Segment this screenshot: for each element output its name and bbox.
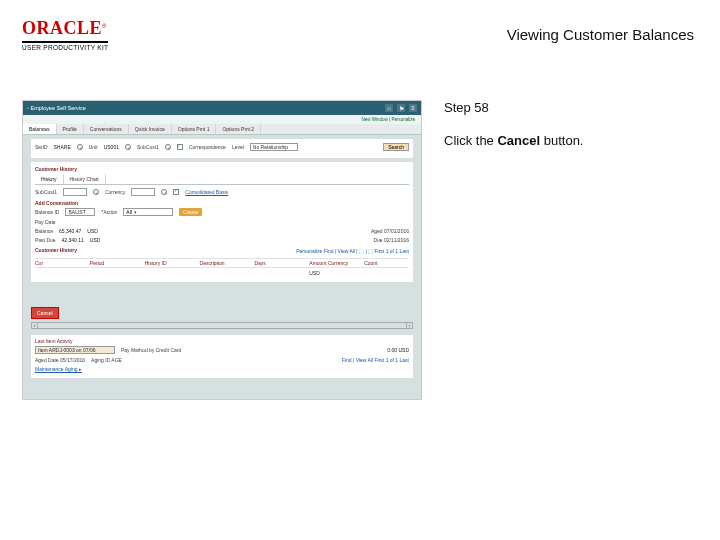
scrollbar[interactable]: ‹ ›	[31, 321, 413, 329]
currency-input[interactable]	[131, 188, 155, 196]
tab-options-2[interactable]: Options Pmt 2	[216, 124, 261, 134]
home-icon[interactable]: ⌂	[385, 104, 393, 112]
scroll-right-icon[interactable]: ›	[406, 322, 413, 329]
scroll-left-icon[interactable]: ‹	[31, 322, 38, 329]
setid-value: SHARE	[54, 144, 71, 150]
action-select[interactable]: All	[123, 208, 173, 216]
col-amount-currency: Amount Currency	[309, 260, 354, 266]
balance-currency: USD	[87, 228, 98, 234]
balanceid-label: Balance ID	[35, 209, 59, 215]
tab-quick-invoice[interactable]: Quick Invoice	[129, 124, 172, 134]
header: ORACLE® USER PRODUCTIVITY KIT Viewing Cu…	[0, 0, 720, 70]
trademark: ®	[102, 23, 106, 29]
tab-options-1[interactable]: Options Pmt 1	[172, 124, 217, 134]
brand-logo: ORACLE® USER PRODUCTIVITY KIT	[22, 18, 108, 51]
subcust1-input[interactable]	[63, 188, 87, 196]
pastdue-label: Past Due	[35, 237, 56, 243]
aged-date: Aged Date 05/17/2016	[35, 357, 85, 363]
breadcrumb[interactable]: New Window | Personalize	[23, 115, 421, 124]
lower-panel: Last Item Activity Item ARDJ-0003 on 07/…	[31, 335, 413, 378]
flag-icon[interactable]: ⚑	[397, 104, 405, 112]
step-action: Click the Cancel button.	[444, 133, 698, 148]
col-description: Description	[200, 260, 245, 266]
balanceid-input[interactable]: BALIST	[65, 208, 95, 216]
action-label: *Action	[101, 209, 117, 215]
pay-method: Pay Method by Credit Card	[121, 347, 181, 353]
col-count: Count	[364, 260, 409, 266]
brand-name: ORACLE	[22, 18, 102, 38]
history-grid: Customer History Personalize Find | View…	[35, 247, 409, 278]
search-panel: SetID SHARE Unit US001 SubCust1 Correspo…	[31, 139, 413, 158]
col-days: Days	[254, 260, 299, 266]
subtab-history-chart[interactable]: History Chart	[64, 174, 106, 184]
last-item-amount: 0.00 USD	[387, 347, 409, 353]
consolidated-checkbox[interactable]	[173, 189, 179, 195]
unit-value: US001	[104, 144, 119, 150]
history-grid-title: Customer History	[35, 247, 77, 253]
maintenance-aging-link[interactable]: Maintenance Aging ▸	[35, 366, 82, 372]
section-customer-history: Customer History	[35, 166, 409, 172]
lower-tools[interactable]: Find | View All First 1 of 1 Last	[342, 357, 409, 363]
search-button[interactable]: Search	[383, 143, 409, 151]
last-item-activity-title: Last Item Activity	[35, 338, 409, 346]
screenshot: ◦ Employee Self Service ⌂ ⚑ ≡ New Window…	[22, 100, 422, 400]
subcust-label: SubCust1	[137, 144, 159, 150]
lookup-icon[interactable]	[77, 144, 83, 150]
level-value[interactable]: No Relationship	[250, 143, 298, 151]
level-label: Level	[232, 144, 244, 150]
subcust1-label: SubCust1	[35, 189, 57, 195]
col-period: Period	[90, 260, 135, 266]
col-cur: Cur	[35, 260, 80, 266]
instructions: Step 58 Click the Cancel button.	[444, 100, 698, 400]
pastdue-due: Due 02/11/2016	[373, 237, 409, 243]
balance-aged: Aged 07/01/2016	[371, 228, 409, 234]
correspondence-label: Correspondence	[189, 144, 226, 150]
lookup-icon[interactable]	[165, 144, 171, 150]
aging-id: Aging ID AGE	[91, 357, 122, 363]
last-item-value: Item ARDJ-0003 on 07/06	[35, 346, 115, 354]
menu-icon[interactable]: ≡	[409, 104, 417, 112]
balance-label: Balance	[35, 228, 53, 234]
pastdue-amount: 42,340.11	[62, 237, 84, 243]
lookup-icon[interactable]	[161, 189, 167, 195]
balance-amount: 65,340.47	[59, 228, 81, 234]
history-panel: Customer History History History Chart S…	[31, 162, 413, 282]
currency-label: Currency	[105, 189, 125, 195]
create-button[interactable]: Create	[179, 208, 202, 216]
tab-conversations[interactable]: Conversations	[84, 124, 129, 134]
brand-sub: USER PRODUCTIVITY KIT	[22, 41, 108, 51]
consolidated-link[interactable]: Consolidated Basis	[185, 189, 228, 195]
cancel-button[interactable]: Cancel	[31, 307, 59, 319]
history-grid-tools[interactable]: Personalize Find | View All | ⬚ | ⬚ Firs…	[296, 248, 409, 254]
paydate-label: Pay Date	[35, 219, 56, 225]
correspondence-checkbox[interactable]	[177, 144, 183, 150]
tabstrip: Balances Profile Conversations Quick Inv…	[23, 124, 421, 135]
table-row: USD	[35, 268, 409, 278]
step-label: Step 58	[444, 100, 698, 115]
tab-profile[interactable]: Profile	[57, 124, 84, 134]
section-add-conversation: Add Conversation	[35, 200, 409, 206]
unit-label: Unit	[89, 144, 98, 150]
subtab-history[interactable]: History	[35, 174, 64, 184]
lookup-icon[interactable]	[93, 189, 99, 195]
tab-balances[interactable]: Balances	[23, 124, 57, 134]
col-history-id: History ID	[145, 260, 190, 266]
setid-label: SetID	[35, 144, 48, 150]
pastdue-currency: USD	[90, 237, 101, 243]
lookup-icon[interactable]	[125, 144, 131, 150]
page-title: Viewing Customer Balances	[507, 26, 694, 43]
app-title: ◦ Employee Self Service	[27, 105, 86, 111]
app-titlebar: ◦ Employee Self Service ⌂ ⚑ ≡	[23, 101, 421, 115]
